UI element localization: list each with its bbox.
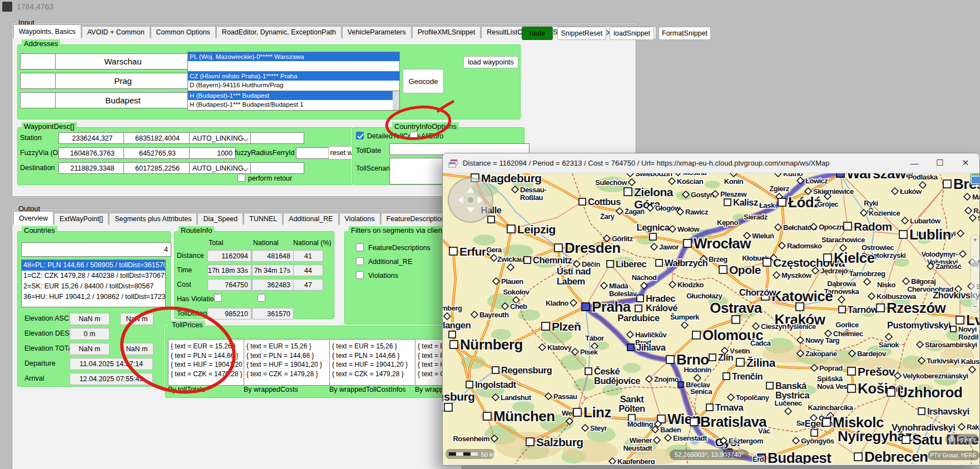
map-city-label: Tábor	[585, 334, 604, 342]
station-x[interactable]: 2336244,327	[58, 132, 126, 144]
countries-listbox[interactable]: 48=PL: PLN 144,66 / 508905 / tollDist=36…	[21, 260, 166, 307]
map-city-label: Sieradz	[744, 213, 768, 221]
input-tab-5[interactable]: ProfileXMLSnippet	[412, 26, 481, 38]
tollprice-line: { text = EUR = 15,26 }	[332, 342, 397, 351]
snippet-reset-button[interactable]: SnippetReset	[557, 27, 606, 40]
country-item[interactable]: 1=CZ: CZK 1479,28 / 440238 / tollDist=37…	[22, 271, 165, 281]
output-tab-1[interactable]: ExtWayPoint[]	[54, 213, 108, 225]
address-result-item[interactable]: D (Bayern)-94116 Hutthurm/Prag	[188, 81, 399, 89]
countries-count[interactable]: 4	[21, 242, 171, 257]
address-index-field[interactable]	[20, 92, 59, 108]
station-y[interactable]: 6835182,4004	[123, 132, 191, 144]
address-result-listbox[interactable]: H (Budapest)-1*** BudapestH (Budapest)-1…	[187, 91, 400, 111]
map-city-marker	[690, 418, 698, 426]
destination-linking-dropdown[interactable]: AUTO_LINKING	[189, 162, 251, 174]
geocode-button[interactable]: Geocode	[403, 69, 444, 93]
fuzzyvia-y[interactable]: 6452765,93	[123, 147, 191, 159]
output-tab-0[interactable]: Overview	[13, 211, 53, 225]
map-city-label: Bardejov	[857, 350, 887, 358]
map-city-label: Čadca	[750, 339, 771, 347]
map-city-marker	[692, 331, 700, 339]
output-tab-6[interactable]: Violations	[339, 213, 380, 225]
routeinfo-value: 985210	[207, 308, 251, 320]
input-tab-1[interactable]: AVOID + Common	[82, 26, 150, 38]
alleuro-checkbox[interactable]	[410, 132, 418, 139]
map-city-label: Hodonín	[684, 366, 711, 374]
minimize-button[interactable]: —	[902, 153, 927, 172]
has-violations-checkbox[interactable]	[214, 294, 222, 302]
route-button[interactable]: route	[522, 27, 553, 40]
has-violations-checkbox[interactable]	[258, 294, 265, 302]
map-canvas[interactable]: MagdeburgDessau-RoßlauHalleLeipzigCottbu…	[443, 173, 979, 464]
map-city-label: Kapfenberg	[617, 457, 655, 464]
map-layers-label: Layers	[957, 436, 976, 442]
address-city-field[interactable]: Warschau	[55, 53, 191, 69]
load-waypoints-button[interactable]: load waypoints	[463, 56, 518, 68]
map-city-label: BanskáBystrica	[775, 381, 810, 401]
map-city-label: Myszków	[781, 271, 812, 280]
input-tab-3[interactable]: RoadEditor, Dynamic, ExceptionPath	[216, 26, 341, 38]
output-tab-3[interactable]: Dia_Speed	[197, 213, 243, 225]
map-city-label: Dessau-Roßlau	[520, 186, 546, 202]
map-city-label: Łask	[759, 201, 775, 209]
address-result-item[interactable]: CZ (Hlavní město Praha)-1***** Praha	[188, 72, 399, 81]
input-tab-4[interactable]: VehicleParameters	[342, 26, 412, 38]
map-city-label: Jihlava	[636, 342, 666, 352]
output-tab-5[interactable]: Additional_RE	[283, 213, 338, 225]
map-city-marker	[635, 305, 642, 312]
filter-checkbox-0[interactable]	[356, 243, 364, 251]
station-extra[interactable]	[250, 132, 304, 144]
routeinfo-label: Cost	[177, 281, 191, 288]
ferryid-field[interactable]	[296, 147, 330, 159]
map-city-marker	[709, 354, 716, 361]
map-city-label: Erlangen	[443, 320, 471, 330]
address-result-listbox[interactable]: PL (Woj. Mazowieckie)-0***** Warszawa	[187, 52, 400, 72]
load-snippet-button[interactable]: loadSnippet	[610, 27, 654, 40]
station-linking-dropdown[interactable]: AUTO_LINKING	[189, 132, 251, 144]
fuzzyvia-x[interactable]: 1604876,3763	[58, 147, 126, 159]
destination-x[interactable]: 2118829,3348	[58, 162, 126, 174]
fuzzy-radius[interactable]: 1000	[189, 147, 236, 159]
filter-checkbox-1[interactable]	[356, 257, 364, 265]
address-result-item[interactable]: H (Budapest)-1*** Budapest/Budapest 1	[188, 100, 399, 109]
destination-extra[interactable]	[250, 162, 304, 174]
map-city-marker	[918, 408, 925, 415]
address-city-field[interactable]: Budapest	[55, 92, 191, 108]
address-city-field[interactable]: Prag	[55, 73, 191, 89]
address-index-field[interactable]	[20, 53, 59, 69]
country-item[interactable]: 2=SK: EUR 15,26 / 84400 / tollDist=80567	[22, 281, 165, 292]
maximize-button[interactable]: ☐	[927, 153, 953, 172]
map-window-titlebar[interactable]: Distance = 1162094 / Period = 62313 / Co…	[443, 153, 979, 173]
map-city-label: Uzhhorod	[897, 384, 962, 401]
map-forest	[473, 234, 496, 246]
address-result-item[interactable]: PL (Woj. Mazowieckie)-0***** Warszawa	[188, 52, 399, 61]
address-index-field[interactable]	[20, 73, 59, 89]
filter-checkbox-2[interactable]	[356, 271, 364, 279]
tollprice-line: { text = HUF = 19041,20 }	[171, 360, 246, 370]
map-city-label: Warszawa	[847, 173, 914, 182]
summary-value: NaN m	[120, 343, 154, 355]
destination-label: Destination	[20, 164, 55, 172]
map-city-label: Leipzig	[517, 223, 556, 236]
format-snippet-button[interactable]: FormatSnippet	[659, 27, 711, 40]
country-item[interactable]: 36=HU: HUF 19041,2 / 190862 / tollDist=1…	[22, 292, 165, 302]
listbox-scrollbar[interactable]	[393, 91, 399, 110]
input-tab-0[interactable]: Waypoints, Basics	[13, 24, 81, 38]
country-item[interactable]: 48=PL: PLN 144,66 / 508905 / tollDist=36…	[22, 260, 165, 271]
output-tab-4[interactable]: TUNNEL	[244, 213, 283, 225]
perform-retour-checkbox[interactable]	[237, 174, 245, 182]
output-tab-2[interactable]: Segments plus Attributes	[109, 213, 197, 225]
map-city-marker	[824, 254, 831, 262]
input-tab-2[interactable]: Common Options	[151, 26, 216, 38]
map-coords-label: 52,265003°, 13,903740°	[675, 451, 744, 458]
tollprice-caption: By wrappedTollCostInfos	[329, 386, 406, 393]
destination-y[interactable]: 6017285,2256	[123, 162, 191, 174]
address-result-listbox[interactable]: CZ (Hlavní město Praha)-1***** PrahaD (B…	[187, 71, 400, 91]
close-button[interactable]: ✕	[953, 153, 978, 172]
address-result-item[interactable]: H (Budapest)-1*** Budapest	[188, 91, 399, 100]
map-city-label: Tarnobrzeg	[849, 270, 885, 278]
map-city-label: Turkivskyi	[927, 357, 959, 365]
detailed-tollcosts-checkbox[interactable]	[356, 132, 364, 139]
routeinfo-value: 362483	[252, 279, 294, 291]
address-result-item[interactable]	[188, 61, 399, 70]
